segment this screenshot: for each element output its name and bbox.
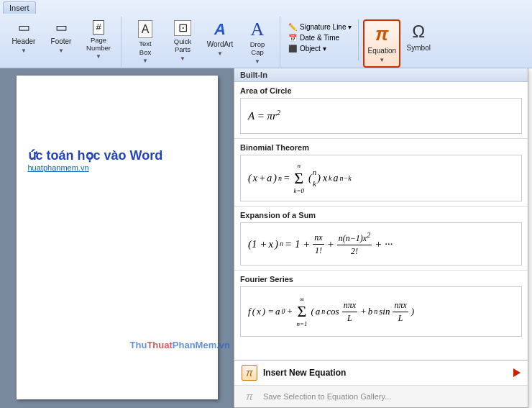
expansion-box[interactable]: (1 + x)n = 1 + nx 1! + n(n−1)x2 2! + ··· [240,222,522,266]
fourier-box[interactable]: f(x) = a0 + ∞ Σ n=1 ( an cos nπx L + bn … [240,286,522,337]
quick-parts-label: QuickParts [174,37,191,54]
eq-sym-group: π Equation ▼ Ω Symbol [363,19,434,68]
text-box-button[interactable]: A TextBox ▼ [127,18,163,67]
document-title: ức toán học vào Word [28,148,206,163]
symbols-group-label [286,56,354,60]
wordart-arrow: ▼ [217,50,223,58]
wordart-label: WordArt [207,40,234,49]
object-icon: ⬛ [288,45,297,53]
header-button[interactable]: ▭ Header ▼ [6,18,42,58]
quick-parts-icon: ⊡ [174,20,191,36]
header-label: Header [12,37,36,46]
expansion-formula: (1 + x)n = 1 + nx 1! + n(n−1)x2 2! + ··· [248,230,393,258]
text-box-icon: A [138,20,153,38]
insert-new-equation-button[interactable]: π Insert New Equation [234,361,528,386]
page-number-arrow: ▼ [96,53,101,60]
quick-parts-arrow: ▼ [180,55,185,63]
signature-line-button[interactable]: ✏️ Signature Line ▾ [286,22,354,32]
fourier-formula: f(x) = a0 + ∞ Σ n=1 ( an cos nπx L + bn … [248,295,414,329]
signature-line-label: Signature Line ▾ [300,23,352,31]
expansion-frac2: n(n−1)x2 2! [337,230,372,258]
text-box-label: TextBox [139,40,151,56]
page-number-icon: # [93,20,104,35]
object-label: Object ▾ [300,45,326,53]
fourier-frac2: nπx L [393,299,408,325]
quick-parts-button[interactable]: ⊡ QuickParts ▼ [165,18,201,64]
date-time-button[interactable]: 📅 Date & Time [286,33,354,42]
footer-icon: ▭ [55,20,68,36]
save-gallery-icon: π [242,389,257,404]
binomial-theorem-box[interactable]: (x + a)n = n Σ k=0 (nk) xkan−k [240,155,522,201]
fourier-section: Fourier Series f(x) = a0 + ∞ Σ n=1 ( an … [234,271,528,341]
drop-cap-icon: A [251,20,265,39]
save-gallery-label: Save Selection to Equation Gallery... [263,392,391,401]
document-page: ức toán học vào Word huatphanmem.vn [17,76,218,399]
panel-scroll[interactable]: Area of Circle A = πr2 Binomial Theorem … [234,82,528,360]
page-number-label: PageNumber [86,36,111,53]
binomial-theorem-formula: (x + a)n = n Σ k=0 (nk) xkan−k [248,161,352,195]
expansion-frac1: nx 1! [313,232,324,257]
document-url: huatphanmem.vn [28,163,206,172]
area-of-circle-title: Area of Circle [240,86,522,95]
insert-equation-icon: π [242,365,257,381]
footer-label: Footer [51,37,72,46]
symbol-label: Symbol [407,44,431,53]
watermark-overlay: ThuThuatPhanMem.vn [130,340,230,350]
text-box-arrow: ▼ [142,58,148,65]
tab-insert[interactable]: Insert [3,1,36,14]
insert-equation-arrow [513,368,520,377]
insert-equation-label: Insert New Equation [263,368,346,378]
area-of-circle-section: Area of Circle A = πr2 [234,82,528,139]
area-of-circle-formula: A = πr2 [248,108,280,124]
area-of-circle-box[interactable]: A = πr2 [240,98,522,134]
expansion-section: Expansion of a Sum (1 + x)n = 1 + nx 1! … [234,207,528,271]
equation-dropdown-panel: Built-In Area of Circle A = πr2 Binomial… [234,68,528,408]
expansion-title: Expansion of a Sum [240,211,522,219]
wordart-icon: A [214,20,226,39]
hf-buttons: ▭ Header ▼ ▭ Footer ▼ # PageNumber ▼ [6,17,116,67]
ribbon-tabs: Insert [0,0,532,14]
equation-icon: π [375,23,389,45]
fourier-title: Fourier Series [240,275,522,284]
binomial-theorem-section: Binomial Theorem (x + a)n = n Σ k=0 (nk)… [234,139,528,207]
text-buttons: A TextBox ▼ ⊡ QuickParts ▼ A WordArt ▼ A… [127,17,275,67]
sig-group: ✏️ Signature Line ▾ 📅 Date & Time ⬛ Obje… [286,19,359,60]
ribbon: Insert ▭ Header ▼ ▭ Footer ▼ # PageNumbe… [0,0,532,68]
drop-cap-button[interactable]: A DropCap ▼ [239,18,275,67]
drop-cap-arrow: ▼ [254,58,260,65]
date-time-label: Date & Time [300,34,339,42]
object-button[interactable]: ⬛ Object ▾ [286,44,354,53]
page-number-button[interactable]: # PageNumber ▼ [81,18,116,63]
drop-cap-label: DropCap [250,40,265,57]
fourier-sum: ∞ Σ n=1 [296,295,307,329]
signature-line-icon: ✏️ [288,23,297,31]
binomial-theorem-title: Binomial Theorem [240,143,522,152]
binomial-sum: n Σ k=0 [293,161,304,195]
header-icon: ▭ [18,20,30,36]
fourier-frac1: nπx L [342,299,357,325]
symbol-icon: Ω [412,22,425,42]
equation-button[interactable]: π Equation ▼ [363,19,400,68]
footer-arrow: ▼ [58,47,64,55]
symbol-button[interactable]: Ω Symbol [403,19,434,59]
panel-footer: π Insert New Equation π Save Selection t… [234,360,528,407]
header-arrow: ▼ [21,47,27,55]
doc-area: ức toán học vào Word huatphanmem.vn ThuT… [0,68,234,408]
equation-label: Equation [368,47,396,55]
equation-arrow: ▼ [379,57,385,64]
wordart-button[interactable]: A WordArt ▼ [202,18,238,60]
main-area: ức toán học vào Word huatphanmem.vn ThuT… [0,68,532,408]
panel-header: Built-In [234,68,528,82]
date-time-icon: 📅 [288,34,297,42]
footer-button[interactable]: ▭ Footer ▼ [43,18,79,58]
save-to-gallery-button[interactable]: π Save Selection to Equation Gallery... [234,386,528,407]
